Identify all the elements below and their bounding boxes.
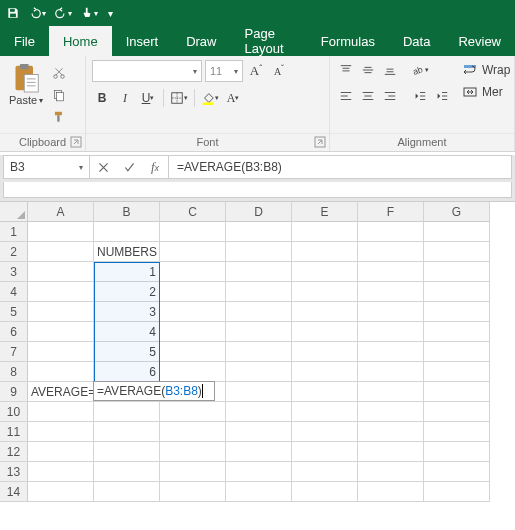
cell[interactable]: [226, 302, 292, 322]
cell[interactable]: [424, 322, 490, 342]
decrease-indent-button[interactable]: [410, 86, 430, 106]
cell[interactable]: [358, 222, 424, 242]
cell[interactable]: [160, 222, 226, 242]
cell[interactable]: [358, 382, 424, 402]
rowhead[interactable]: 9: [0, 382, 28, 402]
cell-editor[interactable]: =AVERAGE(B3:B8): [93, 381, 215, 401]
cell[interactable]: [292, 362, 358, 382]
cell[interactable]: [160, 322, 226, 342]
cell[interactable]: [226, 382, 292, 402]
colhead-F[interactable]: F: [358, 202, 424, 222]
redo-button[interactable]: ▾: [54, 6, 72, 20]
cell[interactable]: [226, 282, 292, 302]
cell-B4[interactable]: 2: [94, 282, 160, 302]
confirm-edit-button[interactable]: [116, 156, 142, 178]
cell[interactable]: [28, 342, 94, 362]
cell[interactable]: [292, 402, 358, 422]
copy-button[interactable]: [50, 86, 68, 104]
cell[interactable]: [292, 462, 358, 482]
cell[interactable]: [424, 382, 490, 402]
wrap-text-button[interactable]: Wrap: [462, 62, 510, 78]
cell[interactable]: [226, 462, 292, 482]
rowhead[interactable]: 10: [0, 402, 28, 422]
select-all-corner[interactable]: [0, 202, 28, 222]
colhead-E[interactable]: E: [292, 202, 358, 222]
rowhead[interactable]: 3: [0, 262, 28, 282]
cell[interactable]: [226, 442, 292, 462]
borders-button[interactable]: ▾: [169, 88, 189, 108]
cell[interactable]: [292, 422, 358, 442]
cell-B2[interactable]: NUMBERS: [94, 242, 160, 262]
tab-formulas[interactable]: Formulas: [307, 26, 389, 56]
cell[interactable]: [292, 322, 358, 342]
increase-indent-button[interactable]: [432, 86, 452, 106]
cell[interactable]: [28, 362, 94, 382]
cell[interactable]: [226, 362, 292, 382]
cell[interactable]: [226, 242, 292, 262]
align-left-button[interactable]: [336, 86, 356, 106]
cell-B6[interactable]: 4: [94, 322, 160, 342]
cell[interactable]: [358, 462, 424, 482]
undo-button[interactable]: ▾: [28, 6, 46, 20]
rowhead[interactable]: 13: [0, 462, 28, 482]
tab-file[interactable]: File: [0, 26, 49, 56]
colhead-B[interactable]: B: [94, 202, 160, 222]
fill-color-button[interactable]: ▾: [200, 88, 220, 108]
tab-insert[interactable]: Insert: [112, 26, 173, 56]
cell[interactable]: [28, 322, 94, 342]
align-center-button[interactable]: [358, 86, 378, 106]
cell[interactable]: [358, 322, 424, 342]
cell[interactable]: [94, 442, 160, 462]
cell[interactable]: [160, 282, 226, 302]
rowhead[interactable]: 2: [0, 242, 28, 262]
rowhead[interactable]: 11: [0, 422, 28, 442]
cell[interactable]: [424, 302, 490, 322]
cell[interactable]: [226, 322, 292, 342]
cell[interactable]: [358, 302, 424, 322]
cell[interactable]: [424, 262, 490, 282]
cell[interactable]: [292, 282, 358, 302]
cell[interactable]: [160, 362, 226, 382]
cell[interactable]: [160, 342, 226, 362]
cell[interactable]: [94, 462, 160, 482]
cut-button[interactable]: [50, 64, 68, 82]
colhead-C[interactable]: C: [160, 202, 226, 222]
qat-customize-button[interactable]: ▾: [110, 8, 113, 19]
cell[interactable]: [28, 482, 94, 502]
cell[interactable]: [292, 342, 358, 362]
cell[interactable]: [226, 342, 292, 362]
cell[interactable]: [358, 242, 424, 262]
cell[interactable]: [94, 222, 160, 242]
cell[interactable]: [358, 442, 424, 462]
cell[interactable]: [292, 262, 358, 282]
cell[interactable]: [94, 482, 160, 502]
cell[interactable]: [424, 442, 490, 462]
cell[interactable]: [28, 262, 94, 282]
cell[interactable]: [160, 262, 226, 282]
cell[interactable]: [424, 342, 490, 362]
dialog-launcher-icon[interactable]: [70, 136, 82, 148]
cell[interactable]: [28, 302, 94, 322]
underline-button[interactable]: U▾: [138, 88, 158, 108]
cell-B8[interactable]: 6: [94, 362, 160, 382]
cell[interactable]: [226, 482, 292, 502]
cell-B5[interactable]: 3: [94, 302, 160, 322]
dialog-launcher-icon[interactable]: [314, 136, 326, 148]
name-box[interactable]: B3 ▾: [4, 156, 90, 178]
cell[interactable]: [226, 222, 292, 242]
cell[interactable]: [424, 402, 490, 422]
align-middle-button[interactable]: [358, 60, 378, 80]
cell-B7[interactable]: 5: [94, 342, 160, 362]
cell[interactable]: [358, 362, 424, 382]
cell[interactable]: [28, 242, 94, 262]
cell[interactable]: [292, 242, 358, 262]
cell[interactable]: [424, 242, 490, 262]
cell[interactable]: [160, 302, 226, 322]
tab-draw[interactable]: Draw: [172, 26, 230, 56]
tab-data[interactable]: Data: [389, 26, 444, 56]
align-bottom-button[interactable]: [380, 60, 400, 80]
cell[interactable]: [292, 482, 358, 502]
cell[interactable]: [28, 282, 94, 302]
cell[interactable]: [358, 422, 424, 442]
tab-home[interactable]: Home: [49, 26, 112, 56]
